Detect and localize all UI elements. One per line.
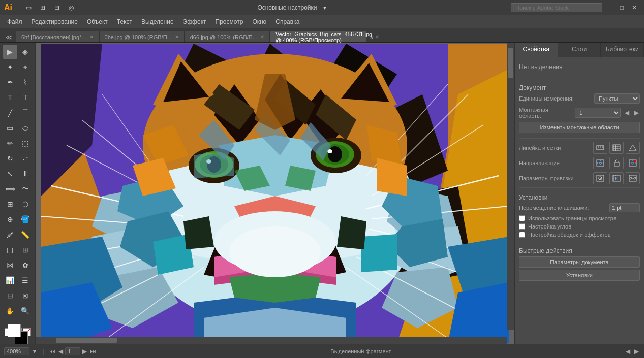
tab-3-close[interactable]: ✕ [260, 34, 264, 40]
tab-overflow-left[interactable]: ≪ [2, 32, 16, 42]
workspace-button[interactable]: ⊟ [51, 2, 63, 14]
menu-edit[interactable]: Редактирование [27, 17, 82, 27]
page-next[interactable]: ▶ [81, 348, 88, 355]
show-guides-btn[interactable] [593, 157, 607, 169]
stroke-effects-checkbox[interactable] [519, 232, 525, 238]
shape-builder-tool[interactable]: ⊕ [3, 212, 17, 226]
artboard-next[interactable]: ▶ [633, 109, 640, 116]
tab-1[interactable]: 6bf [Восстановлен].jpg*... ✕ [16, 31, 99, 42]
bar-graph-tool[interactable]: ☰ [18, 273, 33, 287]
menu-view[interactable]: Просмотр [211, 17, 248, 27]
menu-select[interactable]: Выделение [137, 17, 178, 27]
v-scrollbar-thumb[interactable] [508, 48, 513, 78]
keyboard-move-input[interactable] [609, 203, 640, 212]
workspace-dropdown[interactable]: ▼ [319, 2, 331, 14]
units-select[interactable]: Пункты [594, 93, 640, 104]
free-transform-tool[interactable]: ⊞ [3, 197, 17, 211]
artboard-prev[interactable]: ◀ [624, 109, 630, 116]
tab-properties[interactable]: Свойства [515, 43, 558, 57]
tab-layers[interactable]: Слои [558, 43, 601, 57]
foreground-color[interactable] [8, 324, 21, 337]
live-paint-tool[interactable]: 🪣 [18, 212, 33, 226]
scroll-right[interactable]: ▶ [633, 348, 640, 355]
snap-to-point-btn[interactable] [593, 172, 607, 184]
menu-object[interactable]: Объект [83, 17, 112, 27]
tab-2-close[interactable]: ✕ [175, 34, 179, 40]
scale-tool[interactable]: ⤡ [3, 167, 17, 181]
minimize-button[interactable]: ─ [604, 3, 615, 12]
doc-settings-button[interactable]: Параметры документа [519, 256, 640, 268]
menu-effect[interactable]: Эффект [179, 17, 210, 27]
shear-tool[interactable]: ⥯ [18, 167, 33, 181]
zoom-tool[interactable]: 🔍 [18, 304, 33, 318]
line-tool[interactable]: ╱ [3, 106, 17, 120]
grid-icon-btn[interactable] [609, 142, 624, 154]
tab-4[interactable]: Vector_Graphics_Big_cats_456731.jpg @ 40… [270, 31, 366, 42]
tab-3[interactable]: d66.jpg @ 100% (RGB/П... ✕ [185, 31, 270, 42]
menu-text[interactable]: Текст [113, 17, 136, 27]
mesh-tool[interactable]: ⊞ [18, 243, 33, 257]
change-artboard-button[interactable]: Изменить монтажные области [519, 122, 640, 133]
tab-libraries[interactable]: Библиотеки [601, 43, 644, 57]
gradient-tool[interactable]: ◫ [3, 243, 17, 257]
blend-tool[interactable]: ⋈ [3, 258, 17, 272]
h-scrollbar-thumb[interactable] [56, 338, 117, 343]
ellipse-tool[interactable]: ⬭ [18, 121, 33, 135]
zoom-input[interactable] [4, 347, 29, 355]
page-first[interactable]: ⏮ [48, 348, 56, 355]
corner-settings-checkbox[interactable] [519, 223, 525, 230]
tab-1-close[interactable]: ✕ [89, 34, 94, 40]
rotate-tool[interactable]: ↻ [3, 151, 17, 166]
page-prev[interactable]: ◀ [57, 348, 64, 355]
page-input[interactable] [65, 347, 80, 355]
snap-to-grid-btn[interactable] [609, 172, 624, 184]
column-graph-tool[interactable]: 📊 [3, 273, 17, 287]
horizontal-scrollbar[interactable] [36, 337, 507, 344]
menu-help[interactable]: Справка [271, 17, 303, 27]
measure-tool[interactable]: 📏 [18, 227, 33, 242]
reflect-tool[interactable]: ⇌ [18, 151, 33, 166]
isometric-grid-btn[interactable] [626, 142, 640, 154]
selection-tool[interactable]: ▶ [3, 45, 17, 59]
tab-2[interactable]: 0be.jpg @ 100% (RGB/П... ✕ [99, 31, 185, 42]
paintbrush-tool[interactable]: ✏ [3, 136, 17, 150]
eyedropper-tool[interactable]: 🖉 [3, 227, 17, 242]
symbol-sprayer-tool[interactable]: ✿ [18, 258, 33, 272]
blob-brush-tool[interactable]: ⬚ [18, 136, 33, 150]
scroll-left[interactable]: ◀ [625, 348, 631, 355]
type-vertical-tool[interactable]: ⊤ [18, 90, 33, 105]
warp-tool[interactable]: 〜 [18, 182, 33, 196]
width-tool[interactable]: ⟺ [3, 182, 17, 196]
tab-overflow-right[interactable]: » [366, 32, 377, 42]
perspective-tool[interactable]: ⬡ [18, 197, 33, 211]
rectangle-tool[interactable]: ▭ [3, 121, 17, 135]
arc-tool[interactable]: ⌒ [18, 106, 33, 120]
menu-file[interactable]: Файл [3, 17, 26, 27]
slice-tool[interactable]: ⊠ [18, 288, 33, 303]
ruler-icon-btn[interactable] [593, 142, 607, 154]
close-button[interactable]: ✕ [629, 3, 640, 12]
stock-search-input[interactable] [511, 3, 602, 12]
preferences-button[interactable]: Установки [519, 270, 640, 281]
magic-wand-tool[interactable]: ✦ [3, 60, 17, 74]
curvature-tool[interactable]: ⌇ [18, 75, 33, 89]
artboard-tool[interactable]: ⊟ [3, 288, 17, 303]
page-last[interactable]: ⏭ [89, 348, 97, 355]
bridge-button[interactable]: ◎ [65, 2, 77, 14]
new-button[interactable]: ▭ [22, 2, 35, 14]
direct-selection-tool[interactable]: ◈ [18, 45, 33, 59]
menu-window[interactable]: Окно [248, 17, 270, 27]
zoom-dropdown[interactable]: ▼ [30, 348, 39, 355]
lock-guides-btn[interactable] [609, 157, 624, 169]
maximize-button[interactable]: □ [617, 3, 627, 12]
vertical-scrollbar[interactable] [507, 43, 514, 330]
arrange-button[interactable]: ⊞ [37, 2, 49, 14]
clear-guides-btn[interactable] [626, 157, 640, 169]
pen-tool[interactable]: ✒ [3, 75, 17, 89]
artboard-select[interactable]: 1 [575, 108, 621, 118]
type-tool[interactable]: T [3, 90, 17, 105]
snap-options-btn[interactable] [626, 172, 640, 184]
artwork-canvas[interactable] [41, 44, 509, 343]
lasso-tool[interactable]: ⌖ [18, 60, 33, 74]
hand-tool[interactable]: ✋ [3, 304, 17, 318]
